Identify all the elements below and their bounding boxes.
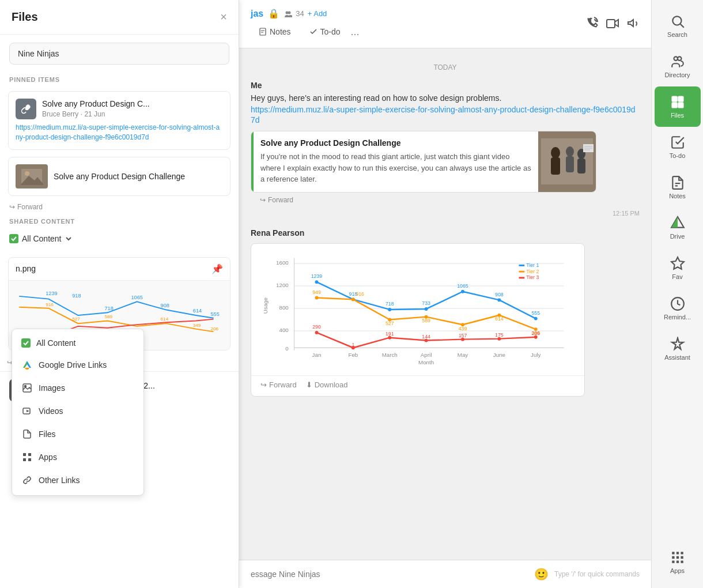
dropdown-apps[interactable]: Apps: [12, 446, 143, 469]
video-icon: [606, 17, 619, 29]
svg-text:1239: 1239: [311, 273, 323, 279]
svg-point-62: [551, 147, 560, 159]
svg-text:614: 614: [161, 316, 169, 322]
other-links-icon: [21, 474, 33, 486]
dropdown-all-content[interactable]: All Content: [12, 333, 143, 353]
pinned-image-item: Solve any Product Design Challenge: [8, 157, 230, 196]
chat-name: jas: [251, 9, 263, 19]
svg-text:908: 908: [495, 291, 504, 297]
svg-line-1: [680, 24, 683, 28]
svg-point-98: [497, 298, 501, 301]
chat-header: jas 🔒 34 + Add Notes T: [239, 0, 651, 48]
svg-point-97: [461, 289, 464, 293]
svg-text:589: 589: [104, 314, 112, 319]
message-time: 12:15 PM: [251, 210, 640, 217]
message-input[interactable]: [251, 570, 528, 579]
all-content-text: All Content: [22, 234, 61, 243]
sidebar-item-todo[interactable]: To-do: [655, 127, 701, 167]
svg-text:800: 800: [279, 304, 289, 310]
svg-text:Tier 2: Tier 2: [526, 268, 539, 274]
chevron-down-icon: [65, 235, 73, 243]
preview-title: Solve any Product Design Challenge: [260, 138, 531, 148]
svg-text:Jan: Jan: [312, 351, 322, 357]
add-members-button[interactable]: + Add: [308, 9, 327, 18]
dropdown-other-links[interactable]: Other Links: [12, 469, 143, 492]
sidebar-item-apps[interactable]: Apps: [655, 542, 701, 582]
message-forward-button[interactable]: ↪ Forward: [251, 193, 303, 208]
sidebar-item-search[interactable]: Search: [655, 6, 701, 46]
message-input-area: 🙂 Type '/' for quick commands: [239, 560, 651, 588]
video-call-button[interactable]: [606, 17, 619, 31]
svg-text:Month: Month: [418, 359, 434, 365]
svg-text:555: 555: [531, 310, 540, 315]
sidebar-notes-label: Notes: [669, 193, 686, 199]
dropdown-all-label: All Content: [36, 338, 75, 348]
dropdown-apps-label: Apps: [39, 453, 57, 462]
sidebar-item-drive[interactable]: Drive: [655, 208, 701, 248]
emoji-button[interactable]: 🙂: [534, 567, 549, 581]
all-content-filter[interactable]: All Content: [0, 229, 239, 248]
tab-todo[interactable]: To-do: [301, 24, 349, 40]
svg-text:527: 527: [385, 321, 394, 326]
search-input[interactable]: [9, 43, 229, 65]
svg-text:July: July: [531, 351, 541, 357]
dropdown-videos[interactable]: Videos: [12, 399, 143, 423]
sidebar-item-notes[interactable]: Notes: [655, 167, 701, 208]
svg-text:191: 191: [385, 330, 394, 336]
message-link[interactable]: https://medium.muz.li/a-super-simple-exe…: [251, 105, 636, 125]
dropdown-files[interactable]: Files: [12, 423, 143, 446]
svg-text:Usage: Usage: [262, 297, 269, 314]
sidebar-item-files[interactable]: Files: [655, 86, 701, 127]
pinned-forward-button[interactable]: ↪ Forward: [0, 199, 239, 214]
svg-point-108: [352, 297, 355, 301]
svg-text:Tier 1: Tier 1: [526, 262, 539, 267]
pinned-link-url[interactable]: https://medium.muz.li/a-super-simple-exe…: [16, 123, 223, 142]
svg-text:Tier 3: Tier 3: [526, 274, 539, 280]
svg-point-64: [566, 146, 574, 157]
chat-body: TODAY Me Hey guys, here's an interesting…: [239, 48, 651, 560]
files-panel-header: Files ×: [0, 0, 239, 35]
phone-icon: [585, 17, 598, 29]
svg-text:527: 527: [72, 316, 80, 322]
pinned-image-name: Solve any Product Design Challenge: [54, 171, 185, 182]
svg-rect-57: [607, 20, 615, 28]
svg-rect-15: [676, 552, 678, 554]
link-preview-card: Solve any Product Design Challenge If yo…: [251, 131, 596, 193]
close-files-button[interactable]: ×: [220, 10, 227, 24]
tab-notes[interactable]: Notes: [251, 24, 299, 40]
svg-rect-63: [551, 157, 560, 175]
sidebar-remind-label: Remind...: [664, 314, 691, 321]
svg-point-99: [534, 316, 538, 320]
more-options-button[interactable]: ...: [351, 26, 360, 38]
svg-marker-27: [23, 361, 27, 368]
dropdown-images[interactable]: Images: [12, 376, 143, 399]
svg-text:Feb: Feb: [348, 351, 358, 357]
svg-rect-20: [672, 560, 674, 563]
lock-icon: 🔒: [268, 8, 279, 19]
image-icon: [21, 382, 33, 394]
chart-forward-button[interactable]: ↪ Forward: [260, 380, 297, 389]
sidebar-item-directory[interactable]: Directory: [655, 46, 701, 86]
dropdown-google-drive[interactable]: Google Drive Links: [12, 353, 143, 376]
sidebar-item-assistant[interactable]: Assistant: [655, 329, 701, 369]
svg-text:144: 144: [422, 333, 430, 339]
volume-button[interactable]: [627, 17, 640, 31]
chart-download-button[interactable]: ⬇ Download: [306, 380, 348, 389]
sidebar-item-reminders[interactable]: Remind...: [655, 288, 701, 329]
svg-marker-59: [628, 20, 633, 27]
svg-point-53: [288, 11, 291, 14]
svg-rect-65: [566, 156, 574, 172]
svg-text:April: April: [421, 351, 432, 357]
dropdown-videos-label: Videos: [39, 406, 63, 416]
sidebar-todo-label: To-do: [670, 152, 686, 159]
svg-rect-35: [28, 453, 31, 456]
svg-rect-19: [681, 556, 683, 559]
check-all-icon: [21, 338, 31, 348]
quick-cmd-hint: Type '/' for quick commands: [554, 570, 640, 578]
sidebar-item-fav[interactable]: Fav: [655, 248, 701, 288]
pinned-link-item: Solve any Product Design C... Bruce Berr…: [8, 91, 230, 150]
svg-text:589: 589: [422, 318, 430, 323]
voice-call-button[interactable]: [585, 17, 598, 31]
svg-rect-67: [577, 159, 585, 174]
preview-image: [538, 131, 596, 192]
